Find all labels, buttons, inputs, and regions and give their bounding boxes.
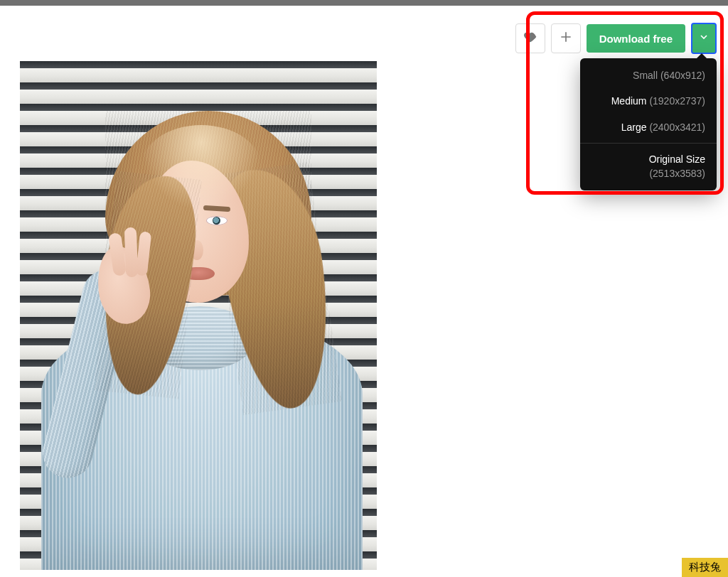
plus-icon xyxy=(559,30,573,47)
watermark-text: 科技兔 xyxy=(689,561,721,573)
dropdown-divider xyxy=(580,143,717,144)
window-top-border xyxy=(0,0,728,6)
page: Download free Small (640x912) Medium (19… xyxy=(0,6,728,577)
download-option-original[interactable]: Original Size (2513x3583) xyxy=(580,146,717,187)
photo-subject xyxy=(20,61,377,570)
download-free-button[interactable]: Download free xyxy=(587,24,685,53)
download-option-small[interactable]: Small (640x912) xyxy=(580,63,717,88)
like-button[interactable] xyxy=(515,23,545,53)
download-option-label: Small xyxy=(633,70,658,81)
chevron-down-icon xyxy=(698,31,710,45)
download-option-label: Medium xyxy=(611,95,647,107)
download-option-large[interactable]: Large (2400x3421) xyxy=(580,114,717,140)
heart-icon xyxy=(523,30,537,47)
watermark-badge: 科技兔 xyxy=(682,558,728,577)
download-option-label: Original Size xyxy=(649,153,705,165)
photo-preview xyxy=(20,61,377,570)
download-option-dims: (640x912) xyxy=(660,70,705,81)
add-to-collection-button[interactable] xyxy=(551,23,581,53)
action-toolbar: Download free xyxy=(515,23,717,54)
download-option-label: Large xyxy=(621,122,647,133)
download-option-dims: (1920x2737) xyxy=(649,95,705,107)
download-option-medium[interactable]: Medium (1920x2737) xyxy=(580,88,717,114)
download-option-dims: (2400x3421) xyxy=(649,122,705,133)
download-size-dropdown-toggle[interactable] xyxy=(691,23,717,54)
download-size-dropdown: Small (640x912) Medium (1920x2737) Large… xyxy=(580,58,717,190)
download-option-dims: (2513x3583) xyxy=(649,168,705,179)
download-free-label: Download free xyxy=(599,33,673,45)
